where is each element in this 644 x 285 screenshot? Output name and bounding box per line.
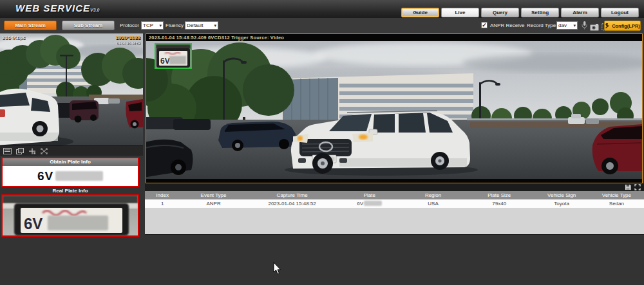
video-scene: 6V	[146, 41, 642, 179]
table-toolbar	[145, 183, 644, 191]
chevron-down-icon: ▾	[214, 23, 216, 28]
preview-timestamp-overlay: 01-04 15:48:52	[117, 41, 140, 45]
tab-alarm[interactable]: Alarm	[561, 8, 599, 17]
nav-tabs: Guide Live Query Setting Alarm Logout	[401, 8, 639, 17]
tab-logout[interactable]: Logout	[601, 8, 639, 17]
record-type-select[interactable]: dav▾	[556, 21, 578, 30]
video-osd-overlay: 2023-01-04 15:48:52.409 6VCD312 Trigger …	[146, 34, 642, 41]
real-plate-title: Real Plate Info	[1, 188, 139, 194]
detected-plate-inset: 6V	[155, 43, 192, 69]
config-lpr-button[interactable]: Config(LPR)	[604, 21, 641, 31]
col-index: Index	[145, 192, 180, 198]
cell-region: USA	[402, 201, 464, 207]
bitrate-overlay: 3164Kbps	[2, 35, 25, 41]
obtain-plate-value: 6V	[3, 166, 138, 186]
col-event-type: Event Type	[180, 192, 247, 198]
protocol-label: Protocol	[120, 23, 138, 28]
wrench-icon	[605, 23, 611, 29]
snapshot-icon[interactable]	[16, 148, 24, 154]
preview-toolbar	[0, 145, 143, 156]
cell-event-type: ANPR	[180, 201, 247, 207]
real-plate-panel: 6V	[1, 194, 139, 237]
tab-setting[interactable]: Setting	[521, 8, 559, 17]
obtain-plate-panel: Obtain Plate Info 6V	[1, 157, 139, 187]
cell-capture-time: 2023-01-04 15:48:52	[247, 201, 337, 207]
logo-version: V3.0	[90, 8, 99, 12]
col-vehicle-type: Vehicle Type	[589, 192, 644, 198]
mouse-cursor	[273, 262, 282, 275]
cell-vehicle-sign: Toyota	[535, 201, 589, 207]
sub-stream-button[interactable]: Sub Stream	[62, 21, 115, 30]
real-plate-photo: 6V	[3, 196, 138, 235]
col-vehicle-sign: Vehicle Sign	[535, 192, 589, 198]
chevron-down-icon: ▾	[573, 23, 576, 28]
top-bar: WEB SERVICEV3.0 Guide Live Query Setting…	[0, 0, 644, 18]
main-stream-button[interactable]: Main Stream	[4, 21, 57, 30]
resolution-overlay: 1920*1088	[115, 35, 140, 41]
tab-query[interactable]: Query	[481, 8, 519, 17]
col-plate-size: Plate Size	[464, 192, 535, 198]
fluency-label: Fluency	[166, 23, 184, 28]
audio-talk-icon[interactable]	[28, 148, 36, 154]
save-icon[interactable]	[625, 184, 631, 190]
anpr-receive-label: ANPR Receive	[490, 23, 524, 28]
live-video[interactable]: 2023-01-04 15:48:52.409 6VCD312 Trigger …	[146, 33, 643, 183]
real-plate-text: 6V	[24, 215, 43, 232]
plate-redaction	[364, 201, 382, 206]
record-type-label: Record Type	[527, 23, 556, 28]
plate-redaction	[55, 171, 103, 181]
obtain-plate-title: Obtain Plate Info	[3, 158, 138, 166]
obtain-plate-text: 6V	[37, 169, 53, 183]
cell-plate-size: 79x40	[464, 201, 535, 207]
expand-icon[interactable]	[634, 184, 641, 190]
col-plate: Plate	[337, 192, 402, 198]
preview-scene	[0, 33, 143, 145]
stream-toolbar: Main Stream Sub Stream Protocol TCP▾ Flu…	[0, 18, 644, 33]
tab-guide[interactable]: Guide	[401, 8, 439, 17]
fluency-select[interactable]: Default▾	[185, 21, 218, 30]
microphone-icon[interactable]	[582, 21, 587, 33]
preview-video[interactable]: 3164Kbps 1920*1088 01-04 15:48:52	[0, 33, 143, 145]
anpr-receive-checkbox[interactable]: ✓	[481, 22, 488, 28]
snapshot-icon[interactable]	[590, 22, 599, 33]
col-region: Region	[402, 192, 464, 198]
table-row[interactable]: 1 ANPR 2023-01-04 15:48:52 6V USA 79x40 …	[145, 199, 644, 208]
chevron-down-icon: ▾	[159, 23, 162, 28]
cell-vehicle-type: Sedan	[589, 201, 644, 207]
cell-plate: 6V	[337, 201, 402, 207]
table-header: Index Event Type Capture Time Plate Regi…	[145, 191, 644, 199]
fullscreen-icon[interactable]	[41, 148, 48, 154]
protocol-select[interactable]: TCP▾	[141, 21, 164, 30]
anpr-web-service-app: WEB SERVICEV3.0 Guide Live Query Setting…	[0, 0, 644, 285]
video-bottom-bar	[146, 179, 642, 183]
digital-zoom-icon[interactable]	[3, 148, 12, 154]
app-logo: WEB SERVICEV3.0	[15, 3, 99, 14]
tab-live[interactable]: Live	[441, 8, 479, 17]
table-empty-area	[145, 208, 644, 235]
col-capture-time: Capture Time	[247, 192, 337, 198]
logo-text: WEB SERVICE	[15, 3, 90, 14]
cell-index: 1	[145, 201, 180, 207]
inset-plate-text: 6V	[160, 57, 170, 66]
